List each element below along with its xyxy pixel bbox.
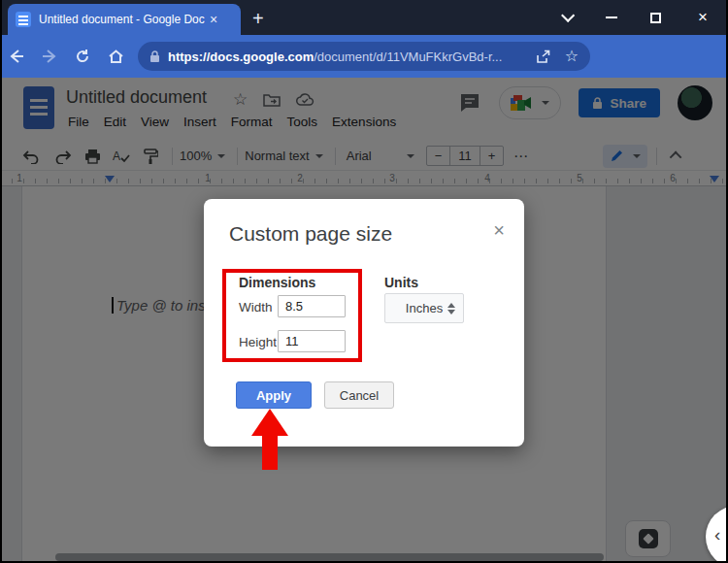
minimize-button[interactable] (606, 17, 617, 18)
url-text: https://docs.google.com/document/d/11VMu… (168, 50, 528, 64)
units-spinner-icon (447, 303, 455, 315)
lock-icon (149, 50, 160, 63)
browser-titlebar: Untitled document - Google Doc × + × (0, 0, 728, 35)
app-window: Untitled document - Google Doc × + × (0, 0, 728, 563)
browser-toolbar: https://docs.google.com/document/d/11VMu… (0, 35, 728, 78)
units-value: Inches (406, 301, 443, 315)
dialog-close-icon[interactable]: × (493, 220, 505, 240)
tab-title: Untitled document - Google Doc (39, 13, 206, 26)
tab-close-icon[interactable]: × (210, 12, 217, 27)
window-edge-left (0, 0, 2, 563)
annotation-rectangle (222, 269, 362, 362)
apply-button[interactable]: Apply (236, 381, 312, 409)
close-window-button[interactable]: × (695, 10, 711, 25)
browser-tab[interactable]: Untitled document - Google Doc × (8, 4, 241, 35)
units-select[interactable]: Inches (384, 293, 464, 323)
new-tab-button[interactable]: + (252, 6, 264, 31)
share-page-icon[interactable] (536, 50, 551, 64)
home-button[interactable] (99, 48, 132, 66)
tab-search-chevron-icon[interactable] (561, 9, 575, 22)
back-button[interactable] (0, 47, 33, 66)
annotation-arrow-head (251, 409, 288, 436)
window-controls: × (561, 0, 722, 35)
units-label: Units (384, 275, 418, 290)
maximize-button[interactable] (650, 13, 661, 23)
side-panel-chevron-icon: ‹ (714, 524, 720, 546)
reload-button[interactable] (66, 48, 99, 65)
annotation-arrow-shaft (262, 434, 278, 470)
forward-button[interactable] (33, 47, 66, 66)
docs-favicon-icon (16, 12, 31, 27)
bookmark-star-icon[interactable]: ☆ (565, 50, 579, 63)
cancel-button[interactable]: Cancel (324, 381, 394, 409)
dialog-title: Custom page size (229, 222, 392, 246)
address-bar[interactable]: https://docs.google.com/document/d/11VMu… (138, 42, 590, 71)
